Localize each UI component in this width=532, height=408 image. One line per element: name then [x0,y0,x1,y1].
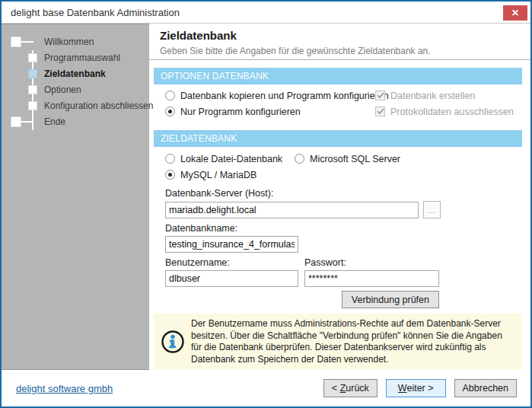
username-label: Benutzername: [165,257,304,268]
radio-mysql-mariadb[interactable] [165,170,175,180]
radio-label: Lokale Datei-Datenbank [180,154,282,164]
dbname-label: Datenbankname: [165,223,522,234]
title-bar: delight base Datenbank Administration ✕ [2,2,530,24]
page-subtitle: Geben Sie bitte die Angaben für die gewü… [160,46,520,56]
checkbox-row-protokolldaten: Protokolldaten ausschliessen [375,104,514,120]
step-marker [28,101,37,110]
window-title: delight base Datenbank Administration [2,7,180,18]
step-marker [11,116,21,127]
check-icon [377,108,384,115]
dbname-input[interactable] [165,236,298,253]
radio-row-mysql: MySQL / MariaDB [165,167,522,183]
radio-label: Nur Programm konfigurieren [180,107,301,117]
step-label: Ende [44,116,65,127]
step-marker [28,85,37,94]
wizard-dialog: delight base Datenbank Administration ✕ … [0,0,532,408]
step-label: Zieldatenbank [44,69,106,79]
vendor-link[interactable]: delight software gmbh [16,383,113,394]
browse-button[interactable]: ... [423,201,441,218]
checkbox-row-datenbank-erstellen: Datenbank erstellen [375,88,514,104]
main-panel: Zieldatenbank Geben Sie bitte die Angabe… [149,24,530,370]
step-optionen: Optionen [2,81,149,97]
next-button[interactable]: Weiter > [386,379,446,397]
radio-row-lokale-datei: Lokale Datei-Datenbank [165,151,295,167]
checkbox-datenbank-erstellen [375,91,385,100]
step-marker [28,53,37,62]
radio-lokale-datei-datenbank[interactable] [165,154,175,164]
wizard-steps-sidebar: Willkommen Programmauswahl Zieldatenbank… [2,24,149,370]
checkbox-label: Protokolldaten ausschliessen [390,107,514,117]
radio-microsoft-sql-server[interactable] [295,154,304,164]
username-input[interactable] [165,270,298,287]
radio-row-nur-programm: Nur Programm konfigurieren [165,104,375,120]
checkbox-label: Datenbank erstellen [390,91,475,101]
info-text: Der Benutzername muss Administrations-Re… [191,318,514,365]
password-label: Passwort: [304,257,439,268]
host-input[interactable] [165,202,419,218]
radio-row-mssql: Microsoft SQL Server [295,151,400,167]
step-programmauswahl: Programmauswahl [2,49,149,65]
radio-nur-programm-konfigurieren[interactable] [165,107,175,116]
step-marker [28,69,37,78]
check-connection-button[interactable]: Verbindung prüfen [342,291,439,308]
step-label: Willkommen [44,37,94,47]
password-input[interactable] [304,270,439,287]
cancel-button[interactable]: Abbrechen [454,379,517,397]
footer-bar: delight software gmbh < Zurück Weiter > … [2,370,530,406]
section-header-optionen-datenbank: OPTIONEN DATENBANK [154,68,522,84]
step-marker [11,37,21,47]
checkbox-protokolldaten-ausschliessen [375,107,385,116]
step-label: Optionen [44,84,81,95]
radio-row-datenbank-kopieren: Datenbank kopieren und Programm konfigur… [165,88,375,104]
section-header-zieldatenbank: ZIELDATENBANK [154,130,522,147]
check-icon [377,92,384,99]
close-icon: ✕ [511,8,519,18]
page-title: Zieldatenbank [160,29,520,42]
info-icon [161,330,185,354]
info-box: Der Benutzername muss Administrations-Re… [154,314,522,370]
step-zieldatenbank: Zieldatenbank [2,65,149,81]
step-willkommen: Willkommen [2,33,149,49]
host-label: Datenbank-Server (Host): [165,188,522,199]
radio-datenbank-kopieren[interactable] [165,91,175,100]
step-label: Konfiguration abschliessen [44,100,153,111]
close-button[interactable]: ✕ [503,5,527,21]
radio-label: Microsoft SQL Server [310,154,400,164]
radio-label: Datenbank kopieren und Programm konfigur… [180,91,389,101]
step-label: Programmauswahl [44,53,120,63]
step-konfiguration-abschliessen: Konfiguration abschliessen [2,97,149,113]
page-header: Zieldatenbank Geben Sie bitte die Angabe… [149,24,530,60]
back-button[interactable]: < Zurück [323,379,377,397]
step-ende: Ende [2,113,149,129]
radio-label: MySQL / MariaDB [180,170,256,180]
